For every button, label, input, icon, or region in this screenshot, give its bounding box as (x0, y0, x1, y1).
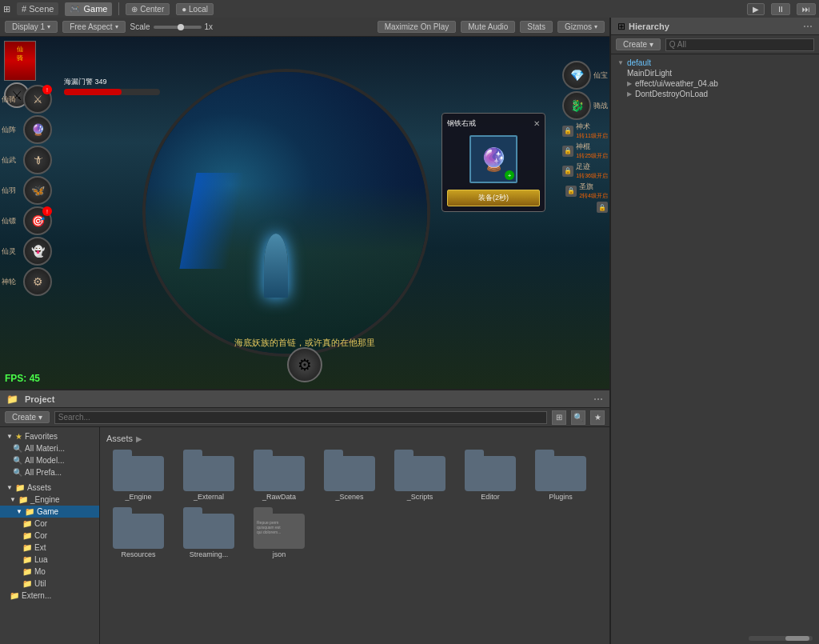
hierarchy-body: ▼ default MainDirLight ▶ effect/ui/weath… (611, 54, 819, 102)
maximize-on-play-button[interactable]: Maximize On Play (378, 21, 457, 33)
scale-slider[interactable] (154, 26, 202, 29)
scale-label: Scale (130, 22, 150, 31)
sidebar-lua[interactable]: 📁 Lua (0, 554, 99, 566)
sidebar-mo[interactable]: 📁 Mo (0, 566, 99, 578)
btn-xianyu[interactable]: 仙羽 🦋 (2, 176, 52, 205)
step-button[interactable]: ⏭ (797, 3, 816, 15)
top-icon-btn[interactable]: ⚔ (4, 82, 30, 108)
sidebar-all-models[interactable]: 🔍 All Model... (0, 454, 99, 466)
project-filter-button[interactable]: 🔍 (571, 410, 585, 425)
btn-zuji[interactable]: 🔒 足迹 1转36级开启 (562, 162, 608, 180)
project-star-button[interactable]: ★ (590, 410, 605, 425)
folder-tab (113, 507, 132, 514)
btn-icon-shenlun: ⚙ (23, 267, 52, 296)
favorites-star: ★ (15, 432, 22, 441)
project-body: ▼ ★ Favorites 🔍 All Materi... 🔍 All Mode… (0, 427, 609, 644)
main-wrapper: Display 1 ▾ Free Aspect ▾ Scale 1x Maxim… (0, 18, 609, 644)
hier-item-maindirlight[interactable]: MainDirLight (614, 68, 816, 78)
folder-streaming[interactable]: Streaming... (177, 507, 241, 558)
hierarchy-search-input[interactable] (665, 38, 814, 51)
sidebar-cor1[interactable]: 📁 Cor (0, 518, 99, 530)
gizmos-button[interactable]: Gizmos ▾ (557, 21, 605, 33)
item-image: 🔮 + (469, 135, 517, 183)
folder-tab (324, 450, 343, 456)
game-tab[interactable]: 🎮 Game (65, 2, 112, 16)
btn-shenggun[interactable]: 🔒 神棍 1转25级开启 (562, 142, 608, 160)
display-selector[interactable]: Display 1 ▾ (5, 21, 58, 33)
hierarchy-toolbar: Create ▾ (611, 35, 819, 54)
sidebar-engine[interactable]: ▼ 📁 _Engine (0, 494, 99, 506)
hierarchy-icon: ⊞ (617, 21, 625, 32)
folder-icon: 📁 (6, 394, 18, 405)
local-button[interactable]: ● Local (176, 3, 214, 15)
hierarchy-header: ⊞ Hierarchy ⋯ (611, 18, 819, 35)
btn-xianbiao[interactable]: 仙镖 🎯! (2, 206, 52, 235)
sidebar-game[interactable]: ▼ 📁 Game (0, 506, 99, 518)
folder-scripts[interactable]: _Scripts (388, 450, 452, 501)
folder-editor[interactable]: Editor (458, 450, 522, 501)
popup-close-button[interactable]: ✕ (533, 119, 540, 128)
project-view-toggle-button[interactable]: ⊞ (552, 410, 566, 425)
game-label: Game (83, 4, 107, 14)
pause-button[interactable]: ⏸ (771, 3, 790, 15)
display-arrow: ▾ (47, 23, 50, 30)
sidebar-extern[interactable]: 📁 Extern... (0, 590, 99, 602)
hierarchy-menu-icon[interactable]: ⋯ (803, 21, 813, 32)
btn-shenshu[interactable]: 🔒 神术 1转11级开启 (562, 122, 608, 140)
center-button[interactable]: ⊕ Center (126, 3, 170, 15)
engine-arrow: ▼ (10, 496, 16, 503)
folder-external[interactable]: _External (177, 450, 241, 501)
scale-thumb (178, 24, 184, 30)
btn-qizhan[interactable]: 🐉 骑战 (562, 91, 608, 120)
folder-rawdata[interactable]: _RawData (247, 450, 311, 501)
btn-xianbao[interactable]: 💎 仙宝 (562, 61, 608, 90)
hier-item-weather[interactable]: ▶ effect/ui/weather_04.ab (614, 78, 816, 89)
btn-icon-xianjing: ⚔! (23, 85, 52, 114)
btn-shengqi[interactable]: 🔒 圣旗 2转4级开启 (565, 182, 608, 200)
hier-item-dontdestroy[interactable]: ▶ DontDestroyOnLoad (614, 89, 816, 99)
folder-plugins[interactable]: Plugins (529, 450, 593, 501)
project-menu-icon[interactable]: ⋯ (593, 394, 603, 405)
btn-icon-xianbao: 💎 (562, 61, 591, 90)
expand-arrow-default: ▼ (617, 59, 624, 66)
sidebar-ext[interactable]: 📁 Ext (0, 542, 99, 554)
hierarchy-create-button[interactable]: Create ▾ (616, 38, 661, 50)
project-create-button[interactable]: Create ▾ (5, 411, 50, 423)
sidebar-all-materials[interactable]: 🔍 All Materi... (0, 442, 99, 454)
assets-header[interactable]: ▼ 📁 Assets (0, 482, 99, 494)
btn-icon-xianwu: 🗡 (23, 146, 52, 174)
mute-audio-button[interactable]: Mute Audio (461, 21, 515, 33)
folder-json[interactable]: Repue permquisquam estqui dolorem... jso… (247, 507, 311, 558)
btn-xianwu[interactable]: 仙武 🗡 (2, 146, 52, 174)
folder-tab (113, 450, 132, 456)
hier-item-default[interactable]: ▼ default (614, 58, 816, 68)
folder-scenes[interactable]: _Scenes (318, 450, 382, 501)
project-title: Project (25, 394, 54, 404)
search-icon-models: 🔍 (13, 456, 22, 465)
sidebar-util[interactable]: 📁 Util (0, 578, 99, 590)
btn-xianjing[interactable]: 仙骑 ⚔! (2, 85, 52, 114)
equip-button[interactable]: 装备(2秒) (447, 190, 540, 206)
folder-scenes-icon (324, 450, 375, 491)
favorites-header[interactable]: ▼ ★ Favorites (0, 430, 99, 442)
project-panel: 📁 Project ⋯ Create ▾ ⊞ 🔍 ★ ▼ ★ (0, 389, 609, 644)
folder-resources[interactable]: Resources (106, 507, 170, 558)
btn-xianzhen[interactable]: 仙阵 🔮 (2, 115, 52, 144)
project-search-input[interactable] (54, 411, 547, 424)
scale-area: Scale 1x (130, 22, 214, 31)
btn-xianling[interactable]: 仙灵 👻 (2, 237, 52, 266)
create-label: Create (12, 413, 36, 422)
sidebar-all-prefabs[interactable]: 🔍 All Prefa... (0, 466, 99, 478)
btn-bottom-lock[interactable]: 🔒 (597, 202, 608, 213)
aspect-selector[interactable]: Free Aspect ▾ (62, 21, 125, 33)
scene-tab[interactable]: # Scene (17, 2, 58, 15)
folder-engine[interactable]: _Engine (106, 450, 170, 501)
play-button[interactable]: ▶ (747, 3, 765, 15)
assets-breadcrumb: Assets ▶ (106, 434, 603, 443)
btn-shenlun[interactable]: 神轮 ⚙ (2, 267, 52, 296)
breadcrumb-arrow: ▶ (136, 434, 142, 443)
hierarchy-panel: ⊞ Hierarchy ⋯ Create ▾ ▼ default MainDir… (609, 18, 819, 644)
game-view-toolbar: Display 1 ▾ Free Aspect ▾ Scale 1x Maxim… (0, 18, 609, 37)
sidebar-cor2[interactable]: 📁 Cor (0, 530, 99, 542)
stats-button[interactable]: Stats (520, 21, 553, 33)
